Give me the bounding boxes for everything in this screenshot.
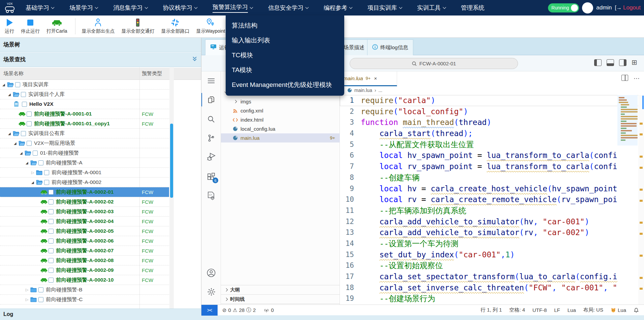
scene-search-header[interactable]: 场景查找 <box>0 53 201 67</box>
nav-item-2[interactable]: 场景学习 <box>69 4 98 12</box>
minimap[interactable] <box>617 95 638 305</box>
outline-section[interactable]: 大纲 <box>221 285 340 294</box>
checkbox[interactable] <box>21 131 26 136</box>
expander-closed-icon[interactable]: ▷ <box>31 170 36 175</box>
cursor-position[interactable]: 行 1, 列 1 <box>481 307 502 313</box>
file-row-local_config.lua[interactable]: local_config.lua <box>221 124 340 133</box>
scene-tree-header[interactable]: 场景树 <box>0 38 201 52</box>
run-debug-icon[interactable] <box>201 150 221 164</box>
toggle-panel-icon[interactable] <box>607 59 614 66</box>
toggle-primary-sidebar-icon[interactable] <box>594 59 602 66</box>
nav-item-3[interactable]: 消息集学习 <box>113 4 148 12</box>
checkbox[interactable] <box>49 209 54 214</box>
nav-item-6[interactable]: 信息安全学习 <box>268 4 308 12</box>
split-editor-icon[interactable] <box>621 75 628 81</box>
editor-tab-main-lua[interactable]: main.lua 9+ × <box>340 71 397 86</box>
menu-item-3[interactable]: TC模块 <box>226 48 344 63</box>
checkbox[interactable] <box>49 238 54 244</box>
toolbar-button-1[interactable]: 运行 <box>5 18 14 34</box>
code-content[interactable]: 1require("carla")2require("local_config"… <box>340 95 644 305</box>
eol[interactable]: LF <box>554 307 560 313</box>
expander-open-icon[interactable]: ◢ <box>14 141 19 145</box>
search-input[interactable]: FCW-A-0002-01 <box>350 58 518 69</box>
tree-row[interactable]: ◢项目实训库 <box>0 80 169 90</box>
toolbar-button-6[interactable]: 显示全部路口 <box>161 18 189 34</box>
tree-row[interactable]: ▷前向碰撞预警-A-0001 <box>0 168 169 178</box>
explorer-icon[interactable] <box>201 92 221 107</box>
account-icon[interactable] <box>201 265 221 280</box>
expander-closed-icon[interactable]: ▷ <box>26 297 30 302</box>
v2x-logo-icon[interactable]: V2X <box>0 1 20 14</box>
tree-row[interactable]: 前向碰撞预警-A-0002-04FCW <box>0 217 169 226</box>
expander-open-icon[interactable]: ◢ <box>2 83 7 87</box>
checkbox[interactable] <box>49 190 54 195</box>
more-actions-icon[interactable]: ⋯ <box>634 75 640 82</box>
file-row-imgs[interactable]: imgs <box>221 97 340 106</box>
editor-scrollbar[interactable] <box>638 95 644 305</box>
tree-row[interactable]: ◢前向碰撞预警-A-0002 <box>0 178 169 187</box>
checkbox[interactable] <box>27 141 32 146</box>
nav-item-7[interactable]: 编程参考 <box>324 4 352 12</box>
tree-row[interactable]: ◢01-前向碰撞预警 <box>0 148 169 158</box>
problems-indicator[interactable]: ⊘ 0 ⚠ 28 ⓘ 2 <box>222 307 256 313</box>
checkbox[interactable] <box>15 82 20 87</box>
keyboard-layout[interactable]: 布局: US <box>583 307 603 313</box>
close-icon[interactable]: × <box>374 75 377 81</box>
cpp-config-icon[interactable]: C+ <box>201 189 221 203</box>
checkbox[interactable] <box>38 297 43 302</box>
expander-open-icon[interactable]: ◢ <box>8 132 13 135</box>
toolbar-button-4[interactable]: 显示全部出生点 <box>82 18 115 34</box>
menu-item-2[interactable]: 输入输出列表 <box>226 33 344 48</box>
nav-item-1[interactable]: 基础学习 <box>26 4 54 12</box>
file-row-index.html[interactable]: index.html <box>221 115 340 124</box>
checkbox[interactable] <box>44 180 49 185</box>
indentation[interactable]: 空格: 4 <box>509 307 525 313</box>
avatar[interactable] <box>582 2 593 13</box>
breadcrumb[interactable]: main.lua › ... <box>347 88 382 93</box>
tree-row[interactable]: ◢V2X一期应用场景 <box>0 138 169 148</box>
search-icon[interactable] <box>201 112 221 127</box>
nav-item-9[interactable]: 实训工具 <box>417 4 446 12</box>
toolbar-button-2[interactable]: 停止运行 <box>21 18 40 34</box>
file-row-main.lua[interactable]: main.lua9+ <box>221 133 340 142</box>
nav-item-10[interactable]: 管理系统 <box>461 4 485 12</box>
lua-server-status[interactable]: Lua <box>611 307 626 313</box>
nav-item-8[interactable]: 项目实训库 <box>367 4 402 12</box>
tree-scrollbar-thumb[interactable] <box>170 124 173 198</box>
tree-row[interactable]: 前向碰撞预警-A-0002-05FCW <box>0 226 169 236</box>
checkbox[interactable] <box>38 160 43 165</box>
customize-layout-icon[interactable] <box>632 59 639 66</box>
expander-open-icon[interactable]: ◢ <box>31 181 36 184</box>
nav-item-5[interactable]: 预警算法学习 <box>213 3 253 13</box>
file-row-config.xml[interactable]: config.xml <box>221 106 340 115</box>
checkbox[interactable] <box>49 268 54 273</box>
toolbar-button-3[interactable]: 打开Carla <box>46 18 67 34</box>
expander-open-icon[interactable]: ◢ <box>20 151 25 155</box>
notifications[interactable] <box>634 308 639 313</box>
settings-icon[interactable] <box>201 284 221 299</box>
ports-indicator[interactable]: 0 <box>264 307 273 313</box>
tree-row[interactable]: 前向碰撞预警-A-0002-07FCW <box>0 246 169 256</box>
tree-row[interactable]: 前向碰撞预警-A-0001-01FCW <box>0 109 169 119</box>
checkbox[interactable] <box>49 278 54 283</box>
checkbox[interactable] <box>44 170 49 175</box>
expander-closed-icon[interactable]: ▷ <box>26 288 30 292</box>
menu-icon[interactable] <box>201 73 221 88</box>
checkbox[interactable] <box>49 199 54 204</box>
tree-row[interactable]: 前向碰撞预警-A-0002-09FCW <box>0 265 169 275</box>
checkbox[interactable] <box>49 219 54 224</box>
checkbox[interactable] <box>49 248 54 253</box>
tree-row[interactable]: 前向碰撞预警-A-0002-06FCW <box>0 236 169 246</box>
collapse-double-chevron-icon[interactable] <box>192 56 198 63</box>
tree-row[interactable]: ◢实训项目公有库 <box>0 129 169 138</box>
tree-row[interactable]: Hello V2X <box>0 99 169 109</box>
menu-item-5[interactable]: Event Management优先级处理模块 <box>226 77 344 92</box>
toggle-secondary-sidebar-icon[interactable] <box>619 59 626 66</box>
tree-row[interactable]: ▷前向碰撞预警-B <box>0 285 169 295</box>
nav-item-4[interactable]: 协议栈学习 <box>163 4 197 12</box>
checkbox[interactable] <box>33 151 38 156</box>
checkbox[interactable] <box>21 92 26 97</box>
tree-row[interactable]: ◢前向碰撞预警-A <box>0 158 169 168</box>
expander-open-icon[interactable]: ◢ <box>8 93 13 96</box>
tree-row[interactable]: 前向碰撞预警-A-0002-01FCW <box>0 187 169 197</box>
